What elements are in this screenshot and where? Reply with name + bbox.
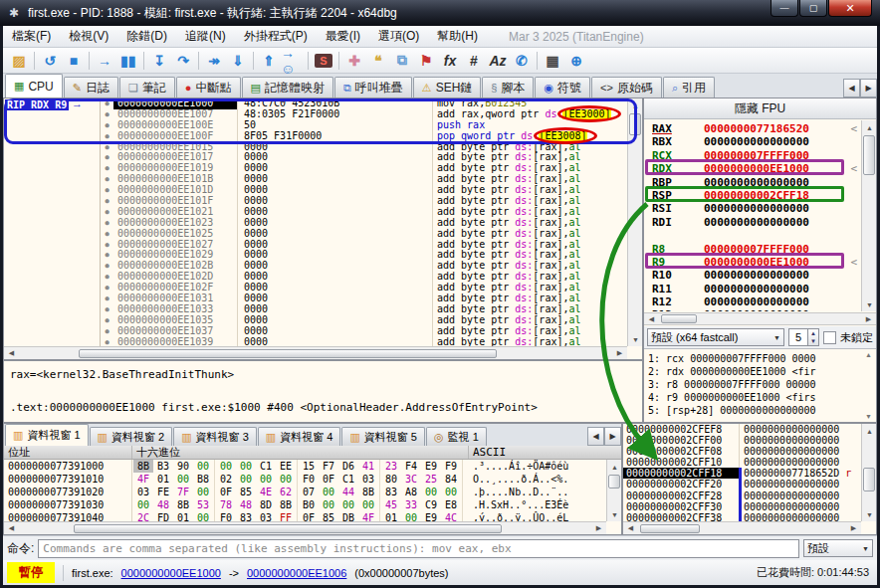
disassembly-row[interactable]: ●0000000000EE10170000add byte ptr ds:[ra… (4, 152, 627, 163)
scrollbar-thumb[interactable] (74, 524, 502, 533)
hex-byte[interactable]: 00 (216, 460, 236, 473)
step-out-icon[interactable]: ⇓ (226, 50, 250, 72)
hex-byte[interactable]: 00 (173, 473, 193, 486)
hex-byte[interactable]: 25 (421, 473, 441, 486)
run-until-return-icon[interactable]: ⇑ (257, 50, 281, 72)
disassembly-row[interactable]: ●0000000000EE100F8F05 F31F0000pop qword … (4, 131, 627, 142)
scroll-up-icon[interactable]: ▲ (862, 424, 877, 438)
tab-資料視窗 5[interactable]: ▥資料視窗 5 (341, 427, 425, 446)
disassembly-row[interactable]: ●0000000000EE10210000add byte ptr ds:[ra… (4, 207, 627, 218)
hex-byte[interactable]: 4F (133, 473, 153, 486)
hex-byte[interactable]: 15 (299, 460, 319, 473)
breakpoint-dot-icon[interactable]: ● (101, 315, 113, 326)
scroll-left-icon[interactable]: ◀ (623, 522, 638, 535)
scroll-left-icon[interactable]: ◀ (644, 312, 659, 325)
hex-byte[interactable]: E8 (441, 498, 461, 511)
scrollbar-thumb[interactable] (608, 475, 620, 489)
disassembly-row[interactable]: ●0000000000EE101B0000add byte ptr ds:[ra… (4, 174, 627, 185)
restart-icon[interactable]: ↺ (38, 50, 62, 72)
scrollbar-thumb[interactable] (863, 468, 875, 491)
hex-byte[interactable]: 0F (216, 486, 236, 498)
hex-byte[interactable]: 53 (193, 498, 213, 511)
register-row-rdx[interactable]: RDX0000000000EE1000< (644, 162, 861, 175)
stack-row[interactable]: 00000000002CFF100000000000000000 (623, 457, 861, 468)
hex-byte[interactable]: 02 (216, 473, 236, 486)
register-row-rsi[interactable]: RSI0000000000000000 (644, 202, 861, 215)
menu-item[interactable]: 檔案(F) (3, 25, 60, 48)
menu-item[interactable]: 追蹤(N) (176, 25, 235, 48)
step-over-icon[interactable]: ↷ (171, 50, 195, 72)
disassembly-row[interactable]: ●0000000000EE10350000add byte ptr ds:[ra… (4, 315, 627, 326)
register-row-rax[interactable]: RAX0000000077186520< (644, 122, 861, 135)
scroll-down-icon[interactable]: ▼ (628, 332, 643, 346)
breakpoint-dot-icon[interactable]: ● (101, 120, 113, 131)
hex-byte[interactable]: 8B (173, 498, 193, 511)
column-header-hex[interactable]: 十六進位 (132, 446, 469, 459)
breakpoint-dot-icon[interactable]: ● (101, 326, 113, 337)
scrollbar-thumb[interactable] (640, 524, 700, 533)
hex-byte[interactable]: 00 (276, 473, 296, 486)
breakpoint-dot-icon[interactable]: ● (101, 207, 113, 218)
stack-row[interactable]: 00000000002CFF18000000007718652D r (623, 468, 861, 479)
hex-byte[interactable]: C9 (421, 498, 441, 511)
column-header-address[interactable]: 位址 (4, 446, 132, 459)
tab-呼叫堆疊[interactable]: ⧉呼叫堆疊 (334, 77, 412, 98)
hex-byte[interactable]: 01 (153, 473, 173, 486)
hex-byte[interactable]: E9 (421, 460, 441, 473)
breakpoint-dot-icon[interactable]: ● (101, 283, 113, 294)
hex-byte[interactable]: A8 (401, 486, 421, 498)
tab-資料視窗 4[interactable]: ▥資料視窗 4 (258, 427, 341, 446)
register-row-rdi[interactable]: RDI0000000000000000 (644, 216, 861, 229)
scrollbar-thumb[interactable] (863, 135, 875, 175)
disassembly-row[interactable]: ●0000000000EE10190000add byte ptr ds:[ra… (4, 163, 627, 174)
breakpoint-dot-icon[interactable]: ● (101, 185, 113, 196)
hex-byte[interactable]: 00 (193, 486, 213, 498)
hex-byte[interactable]: F7 (319, 460, 338, 473)
argument-line[interactable]: 2: rdx 0000000000EE1000 <fir (648, 365, 876, 378)
tab-scroll-right-icon[interactable]: ▶ (604, 427, 621, 446)
menu-item[interactable]: 除錯(D) (117, 25, 176, 48)
hex-byte[interactable]: 00 (338, 498, 358, 511)
breakpoint-dot-icon[interactable]: ● (101, 109, 113, 120)
hex-byte[interactable]: 00 (441, 486, 461, 498)
disassembly-row[interactable]: ●0000000000EE101D0000add byte ptr ds:[ra… (4, 185, 627, 196)
register-row-r11[interactable]: R110000000000000000 (644, 283, 861, 295)
hex-byte[interactable]: 0F (319, 473, 338, 486)
hex-byte[interactable]: 03 (358, 473, 378, 486)
hex-byte[interactable]: 8B (133, 460, 153, 473)
hex-byte[interactable]: 45 (381, 498, 401, 511)
disassembly-vertical-scrollbar[interactable]: ▲ ▼ (627, 98, 642, 346)
hex-byte[interactable]: 62 (276, 486, 296, 498)
tab-日誌[interactable]: ✎日誌 (64, 77, 118, 98)
calculator-icon[interactable]: ▦ (541, 50, 564, 72)
hex-byte[interactable]: 00 (401, 511, 421, 521)
stack-row[interactable]: 00000000002CFEF80000000000000000 (623, 424, 861, 435)
hex-byte[interactable]: 48 (236, 498, 256, 511)
hex-byte[interactable]: F9 (441, 460, 461, 473)
hex-byte[interactable]: 33 (401, 498, 421, 511)
hex-byte[interactable]: E9 (421, 511, 441, 521)
hex-byte[interactable]: B0 (299, 498, 319, 511)
hex-byte[interactable]: 23 (381, 460, 401, 473)
hex-byte[interactable]: 00 (319, 498, 338, 511)
hex-byte[interactable]: 00 (421, 486, 441, 498)
stack-row[interactable]: 00000000002CFF000000000000000000 (623, 435, 861, 446)
register-row-rsp[interactable]: RSP00000000002CFF18 (644, 189, 861, 202)
hex-byte[interactable]: 03 (256, 511, 276, 521)
run-icon[interactable]: → (93, 50, 116, 72)
menu-item[interactable]: 檢視(V) (60, 25, 117, 48)
stack-row[interactable]: 00000000002CFF200000000000000000 (623, 479, 861, 490)
tab-scroll-left-icon[interactable]: ◀ (843, 79, 860, 98)
hex-byte[interactable]: 01 (173, 511, 193, 521)
breakpoint-dot-icon[interactable]: ● (101, 131, 113, 142)
hex-byte[interactable]: 00 (133, 498, 153, 511)
disassembly-row[interactable]: ●0000000000EE10370000add byte ptr ds:[ra… (4, 326, 627, 337)
hex-byte[interactable]: C1 (338, 473, 358, 486)
hex-byte[interactable]: 83 (381, 486, 401, 498)
hex-byte[interactable]: C1 (256, 460, 276, 473)
register-row-r10[interactable]: R100000000000000000 (644, 269, 861, 282)
disassembly-row[interactable]: ●0000000000EE10390000add byte ptr ds:[ra… (4, 337, 627, 346)
breakpoint-dot-icon[interactable]: ● (101, 196, 113, 207)
pause-icon[interactable]: ▮▮ (116, 50, 140, 72)
scroll-left-icon[interactable]: ◀ (4, 347, 19, 360)
